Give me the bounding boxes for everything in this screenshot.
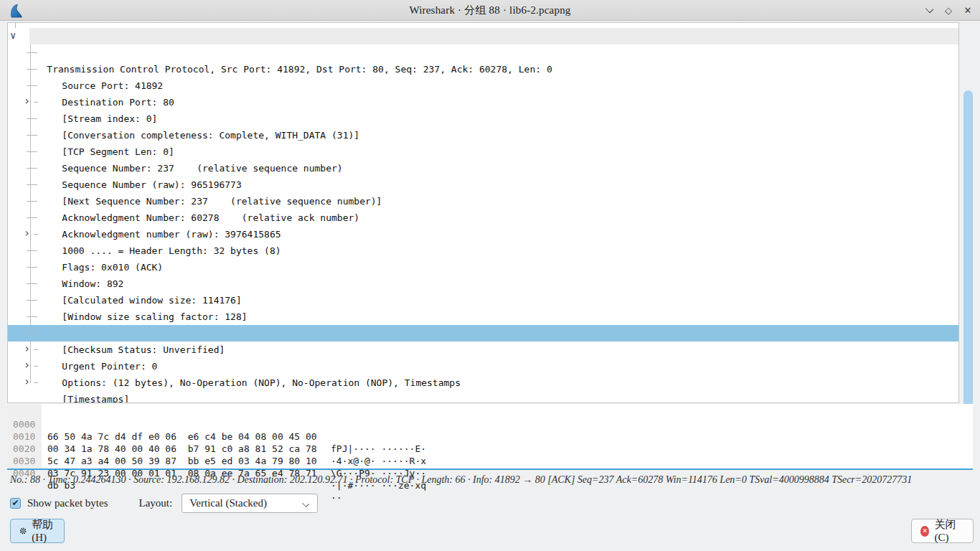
packet-detail-row[interactable]: Sequence Number: 237 (relative sequence … [8,127,958,143]
window-maximize-icon[interactable]: ◇ [943,6,953,16]
packet-detail-row[interactable]: [Stream index: 0] [8,77,958,94]
window-titlebar[interactable]: Wireshark · 分组 88 · lib6-2.pcapng ◇ ✕ [0,0,980,21]
hex-row[interactable]: 0000 66 50 4a 7c d4 df e0 06 e6 c4 be 04… [7,406,973,418]
packet-detail-row[interactable]: › [Timestamps] [8,358,958,375]
packet-detail-row[interactable]: Acknowledgment number (raw): 3976415865 [8,193,958,209]
help-button[interactable]: 帮助(H) [10,519,65,543]
packet-detail-row[interactable]: Acknowledgment Number: 60278 (relative a… [8,176,958,193]
packet-detail-row[interactable]: ∨ Transmission Control Protocol, Src Por… [8,28,958,44]
packet-detail-row[interactable]: › Options: (12 bytes), No-Operation (NOP… [8,342,958,358]
packet-detail-row[interactable]: › [SEQ/ACK analysis] [8,375,958,391]
packet-detail-row[interactable]: Sequence Number (raw): 965196773 [8,143,958,160]
chevron-down-icon [302,500,309,507]
help-lifebuoy-icon [19,525,27,537]
packet-detail-row[interactable]: Window: 892 [8,242,958,259]
show-packet-bytes-label[interactable]: Show packet bytes [27,497,108,509]
tree-scrollbar-thumb[interactable] [963,90,973,422]
tree-scrollbar-track[interactable] [960,22,980,403]
packet-detail-row[interactable]: › [Conversation completeness: Complete, … [8,94,958,110]
packet-detail-row[interactable]: Source Port: 41892 [8,44,958,61]
close-badge-icon: ✕ [920,526,929,537]
hex-ascii[interactable]: ·· [331,491,342,504]
window-title: Wireshark · 分组 88 · lib6-2.pcapng [0,0,980,21]
packet-detail-row[interactable]: [Checksum Status: Unverified] [8,309,958,325]
packet-detail-row[interactable]: Checksum: 0x9123 [unverified] [8,292,958,309]
layout-label: Layout: [138,497,172,509]
packet-detail-label: [Timestamps] [62,394,129,403]
hex-row[interactable]: 0010 00 34 1a 78 40 00 40 06 b7 91 c0 a8… [7,418,973,430]
help-button-label: 帮助(H) [32,518,55,544]
close-button[interactable]: ✕ 关闭(C) [911,519,974,543]
packet-detail-row[interactable]: [Window size scaling factor: 128] [8,276,958,292]
hex-row[interactable]: 0020 5c 47 a3 a4 00 50 39 87 bb e5 ed 03… [7,430,973,443]
show-packet-bytes-checkbox[interactable]: ✔ [10,498,21,509]
close-button-label: 关闭(C) [934,518,964,544]
packet-detail-row[interactable]: Urgent Pointer: 0 [8,325,958,342]
hex-row[interactable]: 0030 03 7c 91 23 00 00 01 01 08 0a ee 7a… [7,443,973,455]
expander-icon[interactable]: › [24,357,30,374]
window-minimize-icon[interactable] [924,6,934,16]
expander-icon[interactable]: › [24,341,30,357]
packet-summary-line: No.: 88 · Time: 0.244264130 · Source: 19… [10,474,971,486]
window-close-icon[interactable]: ✕ [963,6,973,16]
packet-detail-row[interactable]: 1000 .... = Header Length: 32 bytes (8) [8,209,958,226]
packet-detail-row[interactable]: › Flags: 0x010 (ACK) [8,226,958,242]
expander-icon[interactable]: › [24,374,30,390]
expander-icon[interactable]: › [24,225,30,242]
packet-detail-row[interactable]: [Calculated window size: 114176] [8,259,958,276]
check-icon: ✔ [11,499,19,507]
expander-icon[interactable]: › [24,93,30,110]
packet-detail-tree[interactable]: ∨ Transmission Control Protocol, Src Por… [7,22,959,403]
layout-select[interactable]: Vertical (Stacked) [182,494,318,513]
packet-bytes-pane[interactable]: 0000 66 50 4a 7c d4 df e0 06 e6 c4 be 04… [7,404,973,470]
expander-icon[interactable]: ∨ [10,27,16,44]
hex-row[interactable]: 0040 db b3 ·· [7,455,973,467]
packet-detail-row[interactable]: [TCP Segment Len: 0] [8,110,958,127]
packet-detail-row[interactable]: [Next Sequence Number: 237 (relative seq… [8,160,958,176]
layout-selected-value: Vertical (Stacked) [189,497,267,509]
packet-detail-row[interactable]: Destination Port: 80 [8,61,958,77]
